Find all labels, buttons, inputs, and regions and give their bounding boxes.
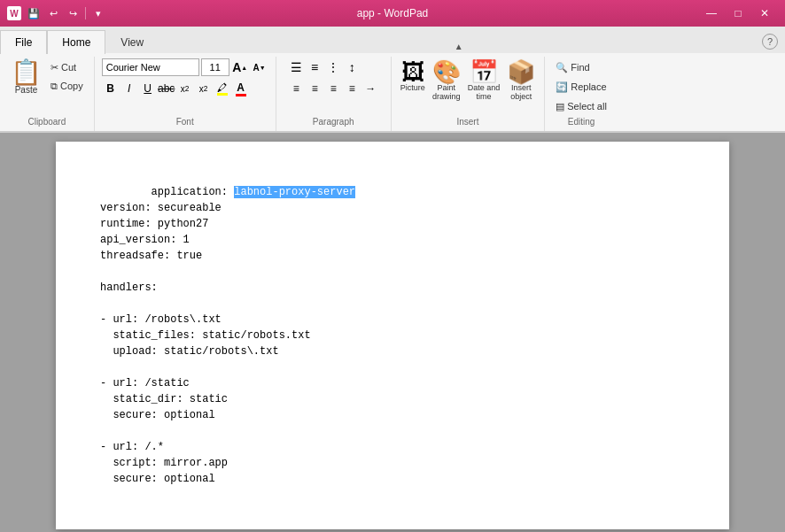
paragraph-label: Paragraph [284, 117, 384, 129]
line-spacing-button[interactable]: ↕ [343, 58, 361, 76]
font-grow-button[interactable]: A▲ [231, 58, 249, 76]
list-buttons-row: ☰ ≡ ⋮ ↕ [287, 58, 361, 76]
select-all-icon: ▤ [556, 101, 564, 112]
select-all-button[interactable]: ▤ Select all [552, 97, 610, 115]
picture-button[interactable]: 🖼 Picture [399, 58, 427, 94]
redo-quick-btn[interactable]: ↪ [64, 4, 82, 22]
highlight-icon: 🖍 [217, 82, 228, 96]
paste-label: Paste [15, 85, 38, 95]
bullet-list-button[interactable]: ☰ [287, 58, 305, 76]
window-title: app - WordPad [357, 7, 429, 19]
maximize-button[interactable]: □ [725, 0, 751, 27]
replace-button[interactable]: 🔄 Replace [552, 78, 610, 96]
picture-icon: 🖼 [401, 60, 424, 83]
editing-group-content: 🔍 Find 🔄 Replace ▤ Select all [552, 58, 610, 115]
document-area[interactable]: application: labnol-proxy-server version… [0, 133, 785, 532]
clipboard-buttons: 📋 Paste ✂ Cut ⧉ Copy [7, 58, 87, 96]
ribbon-tab-row: File Home View ▲ ? [0, 27, 785, 53]
ribbon: File Home View ▲ ? 📋 Paste ✂ [0, 27, 785, 133]
ribbon-minimize-icon[interactable]: ▲ [452, 39, 466, 53]
help-button[interactable]: ? [762, 34, 778, 50]
insert-label: Insert [399, 117, 538, 129]
app-icon: W [7, 6, 21, 20]
paint-icon: 🎨 [432, 60, 461, 83]
find-icon: 🔍 [556, 62, 568, 73]
align-center-button[interactable]: ≡ [306, 80, 323, 97]
cut-copy-buttons: ✂ Cut ⧉ Copy [47, 58, 87, 96]
quick-access-toolbar: 💾 ↩ ↪ ▾ [25, 4, 107, 22]
paste-button[interactable]: 📋 Paste [7, 58, 45, 96]
font-shrink-button[interactable]: A▼ [251, 58, 268, 76]
paint-label: Paintdrawing [432, 83, 461, 101]
superscript-button[interactable]: x2 [195, 80, 213, 97]
italic-button[interactable]: I [120, 80, 138, 97]
text-line-1: application: labnol-proxy-server version… [100, 186, 355, 485]
font-color-indicator [236, 94, 246, 96]
paragraph-group: ☰ ≡ ⋮ ↕ ≡ ≡ ≡ ≡ → Paragraph [276, 57, 392, 131]
clipboard-group-content: 📋 Paste ✂ Cut ⧉ Copy [7, 58, 87, 115]
subscript-button[interactable]: x2 [176, 80, 194, 97]
insert-group: 🖼 Picture 🎨 Paintdrawing 📅 Date andtime … [392, 57, 546, 131]
font-name-input[interactable] [102, 58, 199, 76]
qa-menu-btn[interactable]: ▾ [89, 4, 107, 22]
font-color-button[interactable]: A [232, 80, 250, 97]
clipboard-group: 📋 Paste ✂ Cut ⧉ Copy Cli [0, 57, 95, 131]
qa-divider [85, 7, 86, 19]
font-color-icon: A [236, 81, 246, 96]
indent-button[interactable]: → [361, 80, 379, 97]
copy-button[interactable]: ⧉ Copy [47, 77, 87, 95]
insert-object-icon: 📦 [507, 60, 535, 83]
undo-quick-btn[interactable]: ↩ [44, 4, 62, 22]
font-name-row: A▲ A▼ [102, 58, 268, 76]
tab-view[interactable]: View [105, 30, 159, 53]
tab-file[interactable]: File [0, 30, 47, 54]
minimize-button[interactable]: — [698, 0, 725, 27]
highlighted-text: labnol-proxy-server [234, 186, 355, 198]
close-button[interactable]: ✕ [751, 0, 778, 27]
highlight-color-indicator [217, 93, 228, 96]
save-quick-btn[interactable]: 💾 [25, 4, 43, 22]
document-page[interactable]: application: labnol-proxy-server version… [56, 142, 729, 529]
cut-icon: ✂ [51, 62, 58, 73]
document-content[interactable]: application: labnol-proxy-server version… [100, 168, 685, 503]
editing-group: 🔍 Find 🔄 Replace ▤ Select all Editing [545, 57, 618, 131]
date-time-icon: 📅 [470, 60, 498, 83]
highlight-color-button[interactable]: 🖍 [214, 80, 231, 97]
insert-group-content: 🖼 Picture 🎨 Paintdrawing 📅 Date andtime … [399, 58, 538, 115]
font-size-input[interactable] [201, 58, 229, 76]
align-left-button[interactable]: ≡ [287, 80, 305, 97]
format-buttons-row: B I U abc x2 x2 🖍 A [102, 80, 250, 97]
clipboard-label: Clipboard [7, 117, 87, 129]
bold-button[interactable]: B [102, 80, 120, 97]
align-right-button[interactable]: ≡ [324, 80, 342, 97]
font-label: Font [102, 117, 268, 129]
app-body: application: labnol-proxy-server version… [0, 133, 785, 532]
paint-drawing-button[interactable]: 🎨 Paintdrawing [431, 58, 462, 103]
copy-icon: ⧉ [51, 81, 58, 92]
title-bar-left: W 💾 ↩ ↪ ▾ [7, 4, 107, 22]
find-button[interactable]: 🔍 Find [552, 58, 593, 76]
picture-label: Picture [400, 83, 425, 92]
underline-button[interactable]: U [139, 80, 157, 97]
font-group-content: A▲ A▼ B I U abc x2 x2 🖍 [102, 58, 268, 115]
align-buttons-row: ≡ ≡ ≡ ≡ → [287, 80, 379, 97]
align-justify-button[interactable]: ≡ [343, 80, 361, 97]
window-controls: — □ ✕ [698, 0, 778, 27]
ribbon-content: 📋 Paste ✂ Cut ⧉ Copy Cli [0, 53, 785, 132]
tab-home[interactable]: Home [47, 30, 105, 54]
number-list-button[interactable]: ≡ [306, 58, 323, 76]
paragraph-group-content: ☰ ≡ ⋮ ↕ ≡ ≡ ≡ ≡ → [287, 58, 379, 115]
title-bar: W 💾 ↩ ↪ ▾ app - WordPad — □ ✕ [0, 0, 785, 27]
strikethrough-button[interactable]: abc [158, 80, 175, 97]
insert-object-button[interactable]: 📦 Insertobject [505, 58, 537, 103]
font-group: A▲ A▼ B I U abc x2 x2 🖍 [95, 57, 276, 131]
multilevel-list-button[interactable]: ⋮ [324, 58, 342, 76]
cut-button[interactable]: ✂ Cut [47, 58, 87, 76]
replace-icon: 🔄 [556, 81, 568, 93]
paste-icon: 📋 [11, 60, 42, 85]
date-time-label: Date andtime [468, 83, 501, 101]
insert-object-label: Insertobject [510, 83, 532, 101]
date-time-button[interactable]: 📅 Date andtime [466, 58, 502, 103]
editing-label: Editing [552, 117, 610, 129]
